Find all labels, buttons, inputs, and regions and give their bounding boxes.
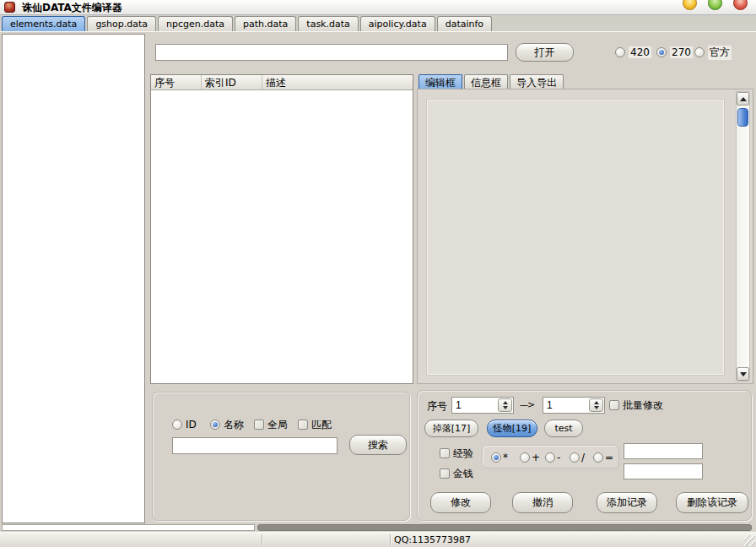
- checkbox-icon: [254, 420, 264, 430]
- resize-grip-icon[interactable]: [744, 535, 755, 546]
- spin-down-icon: [594, 406, 599, 409]
- column-header-seq[interactable]: 序号: [151, 75, 202, 89]
- operator-plus-label: +: [532, 452, 540, 463]
- seq-label: 序号: [427, 399, 447, 414]
- version-radio-270[interactable]: 270: [656, 46, 693, 59]
- radio-selected-icon: [656, 47, 667, 57]
- operator-minus-label: -: [557, 452, 560, 463]
- close-button[interactable]: [733, 0, 748, 10]
- radio-circle-icon: [593, 452, 603, 463]
- radio-selected-icon: [210, 420, 220, 430]
- spin-down-icon: [503, 406, 508, 409]
- seq-from-input[interactable]: [452, 398, 494, 413]
- record-table-header: 序号 索引ID 描述: [151, 75, 413, 90]
- title-bar: 诛仙DATA文件编译器: [0, 0, 756, 15]
- arrow-up-icon: [740, 97, 747, 101]
- operator-equals-radio[interactable]: =: [593, 452, 613, 463]
- checkbox-icon: [609, 400, 619, 410]
- global-checkbox[interactable]: 全局: [254, 418, 288, 431]
- open-button[interactable]: 打开: [516, 43, 574, 62]
- status-panel: [2, 524, 255, 531]
- status-bar: QQ:1135773987: [0, 532, 756, 547]
- element-list[interactable]: [2, 34, 145, 523]
- category-drop-button[interactable]: 掉落[17]: [424, 420, 478, 437]
- editor-tab-strip: 编辑框 信息框 导入导出: [418, 74, 565, 89]
- operator-plus-radio[interactable]: +: [520, 452, 540, 463]
- radio-circle-icon: [615, 47, 625, 57]
- value2-input[interactable]: [624, 463, 703, 479]
- file-tab-task[interactable]: task.data: [298, 16, 358, 31]
- maximize-button[interactable]: [708, 0, 722, 10]
- search-radio-name[interactable]: 名称: [210, 418, 244, 431]
- minimize-button[interactable]: [683, 0, 697, 10]
- exp-checkbox[interactable]: 经验: [440, 447, 473, 460]
- category-test-button[interactable]: test: [544, 420, 583, 437]
- seq-to-input[interactable]: [543, 398, 586, 413]
- undo-button[interactable]: 撤消: [512, 492, 573, 513]
- search-radio-name-label: 名称: [224, 418, 244, 432]
- editor-content: [427, 100, 724, 375]
- statusbar-divider: [262, 534, 263, 545]
- editor-tab-import-export[interactable]: 导入导出: [510, 74, 564, 89]
- column-header-description[interactable]: 描述: [262, 75, 413, 89]
- file-tab-datainfo[interactable]: datainfo: [437, 16, 492, 31]
- file-tab-path[interactable]: path.data: [235, 16, 296, 31]
- seq-to-spin-buttons[interactable]: [589, 398, 603, 412]
- money-checkbox[interactable]: 金钱: [440, 467, 473, 480]
- radio-selected-icon: [491, 452, 501, 463]
- version-radio-420[interactable]: 420: [615, 46, 651, 59]
- checkbox-icon: [440, 448, 450, 458]
- radio-circle-icon: [694, 47, 705, 57]
- delete-record-button[interactable]: 删除该记录: [676, 492, 748, 513]
- seq-from-spin-buttons[interactable]: [498, 398, 512, 412]
- scroll-down-button[interactable]: [737, 367, 749, 381]
- app-icon: [4, 2, 15, 13]
- file-path-input[interactable]: [155, 44, 508, 61]
- seq-from-spinner: [451, 397, 514, 414]
- search-group-box: ID 名称 全局 匹配 搜索: [152, 392, 410, 521]
- column-header-index-id[interactable]: 索引ID: [202, 75, 262, 89]
- radio-circle-icon: [520, 452, 530, 463]
- record-table-body[interactable]: [151, 90, 413, 383]
- editor-tab-info[interactable]: 信息框: [464, 74, 508, 89]
- editor-tab-edit[interactable]: 编辑框: [418, 74, 462, 89]
- radio-circle-icon: [172, 420, 182, 430]
- operator-equals-label: =: [605, 452, 613, 463]
- batch-modify-checkbox[interactable]: 批量修改: [609, 398, 663, 412]
- value1-input[interactable]: [624, 443, 703, 459]
- statusbar-divider: [390, 534, 392, 545]
- version-radio-420-label: 420: [629, 46, 651, 58]
- match-checkbox[interactable]: 匹配: [298, 418, 332, 431]
- arrow-down-icon: [740, 372, 747, 376]
- file-tab-gshop[interactable]: gshop.data: [87, 16, 156, 31]
- operator-multiply-radio[interactable]: *: [491, 452, 508, 463]
- search-radio-id[interactable]: ID: [172, 418, 197, 431]
- editor-scrollbar[interactable]: [736, 91, 750, 382]
- operator-divide-label: /: [581, 452, 585, 463]
- exp-checkbox-label: 经验: [453, 447, 473, 461]
- spin-up-icon: [594, 401, 599, 404]
- file-tab-npcgen[interactable]: npcgen.data: [158, 16, 233, 31]
- main-area: 打开 420 270 官方 序号 索引ID 描述 编辑框 信息框 导入导出: [0, 32, 756, 532]
- operator-divide-radio[interactable]: /: [570, 452, 585, 463]
- operator-minus-radio[interactable]: -: [545, 452, 560, 463]
- version-radio-270-label: 270: [670, 46, 693, 58]
- modify-button[interactable]: 修改: [430, 492, 491, 513]
- file-tab-aipolicy[interactable]: aipolicy.data: [360, 16, 435, 31]
- operator-group-box: * + - / =: [482, 445, 619, 468]
- scrollbar-thumb[interactable]: [737, 108, 748, 127]
- record-table: 序号 索引ID 描述: [150, 74, 413, 384]
- add-record-button[interactable]: 添加记录: [597, 492, 657, 513]
- checkbox-icon: [298, 420, 308, 430]
- search-button[interactable]: 搜索: [349, 435, 407, 455]
- search-query-input[interactable]: [172, 437, 338, 454]
- arrow-label: --->: [520, 399, 534, 410]
- window-title: 诛仙DATA文件编译器: [22, 1, 122, 15]
- match-checkbox-label: 匹配: [311, 418, 332, 432]
- file-tab-elements[interactable]: elements.data: [2, 16, 85, 31]
- batch-modify-label: 批量修改: [623, 398, 663, 413]
- version-radio-official[interactable]: 官方: [694, 46, 732, 59]
- category-monster-button[interactable]: 怪物[19]: [487, 420, 537, 437]
- progress-groove: [257, 524, 752, 531]
- scroll-up-button[interactable]: [737, 92, 749, 106]
